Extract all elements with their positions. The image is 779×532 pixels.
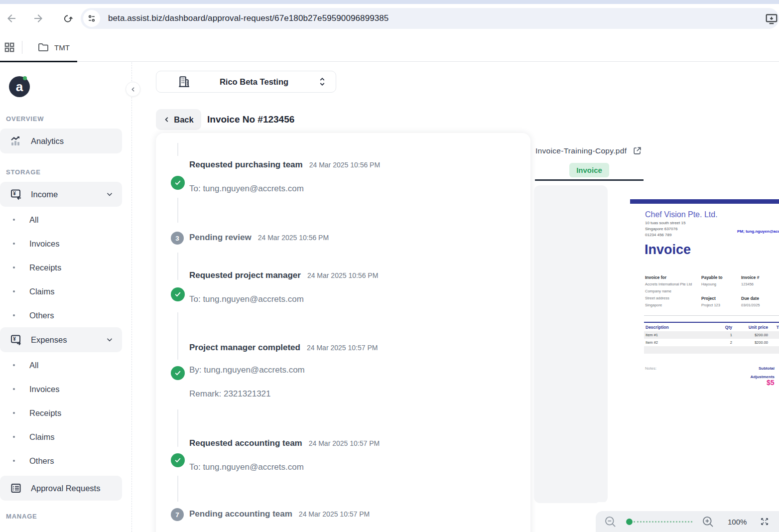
timeline-item-title-row: Requested accounting team24 Mar 2025 10:… [189, 438, 380, 448]
sidebar-item-expenses-others[interactable]: Others [0, 449, 131, 473]
pdf-doc-title: Invoice [645, 242, 691, 258]
pdf-subtotal-label: Subtotal [645, 366, 775, 371]
zoom-slider-handle[interactable] [626, 519, 633, 525]
timeline-connector [177, 253, 178, 280]
pdf-header-bar [630, 199, 779, 204]
browser-toolbar: beta.assist.biz/dashboard/approval-reque… [0, 4, 779, 33]
active-tab-underline [535, 179, 644, 181]
sidebar-item-expenses-receipts[interactable]: Receipts [0, 401, 131, 425]
chrome-border [0, 61, 779, 62]
app-logo[interactable]: a [9, 76, 30, 97]
bullet-icon [13, 314, 15, 316]
timeline-item-title-row: Pending accounting team24 Mar 2025 10:57… [189, 509, 370, 519]
sidebar-item-expenses-all[interactable]: All [0, 353, 131, 377]
sidebar-item-income-invoices[interactable]: Invoices [0, 232, 131, 256]
income-icon: ¥ [10, 188, 22, 200]
analytics-icon [10, 135, 22, 147]
pdf-adjustments-label: Adjustments [645, 375, 775, 379]
zoom-in-button[interactable] [701, 515, 715, 529]
bullet-icon [13, 388, 15, 390]
sidebar-item-analytics[interactable]: Analytics [0, 129, 122, 153]
bullet-icon [13, 219, 15, 221]
browser-reload-button[interactable] [60, 10, 77, 27]
open-external-button[interactable] [633, 146, 642, 155]
file-name: Invoice-Training-Copy.pdf [535, 146, 627, 155]
pdf-invoice-for-line: Company name [645, 289, 671, 293]
sidebar-item-income[interactable]: ¥ Income [0, 182, 122, 207]
company-name: Rico Beta Testing [190, 77, 318, 87]
sidebar-item-expenses[interactable]: ¥ Expenses [0, 327, 122, 352]
save-to-device-button[interactable] [765, 12, 778, 25]
invoice-tab-badge: Invoice [569, 163, 609, 177]
pdf-invoice-for-line: Street address [645, 296, 669, 300]
bullet-icon [13, 460, 15, 462]
pdf-payable-to-value: Hayoung [701, 282, 716, 286]
sidebar-section-overview: OVERVIEW [6, 115, 131, 123]
sidebar-separator [131, 62, 132, 532]
pdf-project-label: Project [701, 296, 716, 301]
tab-invoice[interactable]: Invoice [535, 160, 644, 179]
pdf-pm-line: PM; tung.nguyen@accr [737, 229, 779, 234]
back-button[interactable]: Back [156, 109, 201, 130]
timeline-item-remark: Remark: 2321321321 [189, 389, 271, 399]
external-link-icon [633, 146, 642, 155]
pdf-project-value: Project 123 [701, 303, 720, 307]
sidebar-item-income-claims[interactable]: Claims [0, 279, 131, 303]
chevron-down-icon [105, 335, 114, 344]
zoom-out-button[interactable] [604, 515, 617, 529]
sidebar-item-income-others[interactable]: Others [0, 303, 131, 327]
address-bar[interactable]: beta.assist.biz/dashboard/approval-reque… [81, 8, 779, 29]
logo-status-dot [23, 76, 27, 80]
sidebar-item-expenses-invoices[interactable]: Invoices [0, 377, 131, 401]
browser-forward-button[interactable] [30, 10, 47, 27]
timeline-connector [177, 409, 178, 447]
zoom-slider-track[interactable] [634, 521, 692, 523]
pdf-due-date-label: Due date [741, 296, 759, 301]
pdf-invoice-no-value: 123456 [741, 282, 754, 286]
pdf-thumbnail-panel[interactable] [534, 185, 608, 503]
bullet-icon [13, 436, 15, 438]
site-settings-icon [87, 13, 97, 23]
sidebar-collapse-button[interactable] [126, 82, 140, 97]
approval-timeline-card: Requested purchasing team24 Mar 2025 10:… [156, 133, 530, 532]
sidebar-item-expenses-claims[interactable]: Claims [0, 425, 131, 449]
pdf-zoom-toolbar: 100% [596, 511, 779, 532]
timeline-connector [177, 198, 178, 223]
company-selector[interactable]: Rico Beta Testing [156, 71, 336, 93]
status-done-icon [171, 287, 185, 301]
bookmarks-bar: TMT [0, 33, 779, 62]
status-done-icon [171, 366, 185, 380]
svg-text:¥: ¥ [13, 191, 16, 196]
pdf-table-header: Description Qty Unit price T [644, 323, 779, 331]
pdf-vendor-name: Chef Vision Pte. Ltd. [645, 210, 718, 219]
timeline-item-detail: To: tung.nguyen@accrets.com [189, 462, 304, 472]
bookmark-folder-label: TMT [54, 43, 70, 52]
pdf-vendor-address1: 10 tuas south street 15 [645, 221, 685, 225]
bullet-icon [13, 364, 15, 366]
bullet-icon [13, 243, 15, 245]
sidebar-section-manage: MANAGE [6, 513, 131, 520]
app-screen: beta.assist.biz/dashboard/approval-reque… [0, 0, 779, 532]
timeline-item-title-row: Requested project manager24 Mar 2025 10:… [189, 270, 378, 280]
fullscreen-button[interactable] [760, 517, 770, 527]
zoom-out-icon [604, 515, 617, 529]
apps-grid-button[interactable] [4, 42, 15, 53]
browser-back-button[interactable] [3, 10, 20, 27]
status-step-badge: 7 [171, 508, 184, 521]
zoom-level: 100% [728, 518, 747, 526]
expenses-icon: ¥ [10, 334, 22, 346]
chevron-down-icon [105, 190, 114, 199]
timeline-connector [177, 143, 178, 156]
timeline-item-detail: To: tung.nguyen@accrets.com [189, 184, 304, 194]
building-icon [177, 75, 190, 88]
sidebar-item-income-all[interactable]: All [0, 208, 131, 232]
bullet-icon [13, 412, 15, 414]
pdf-invoice-for-line: Singapore [645, 303, 662, 307]
pdf-items-table: Description Qty Unit price T Item #1 1 $… [644, 322, 779, 354]
bookmark-folder-tmt[interactable]: TMT [37, 41, 70, 53]
pdf-payable-to-label: Payable to [701, 275, 723, 280]
bookmarks-separator [22, 41, 22, 54]
site-info-button[interactable] [83, 10, 100, 27]
sidebar-item-income-receipts[interactable]: Receipts [0, 256, 131, 279]
sidebar-item-approval-requests[interactable]: Approval Requests [0, 476, 122, 501]
